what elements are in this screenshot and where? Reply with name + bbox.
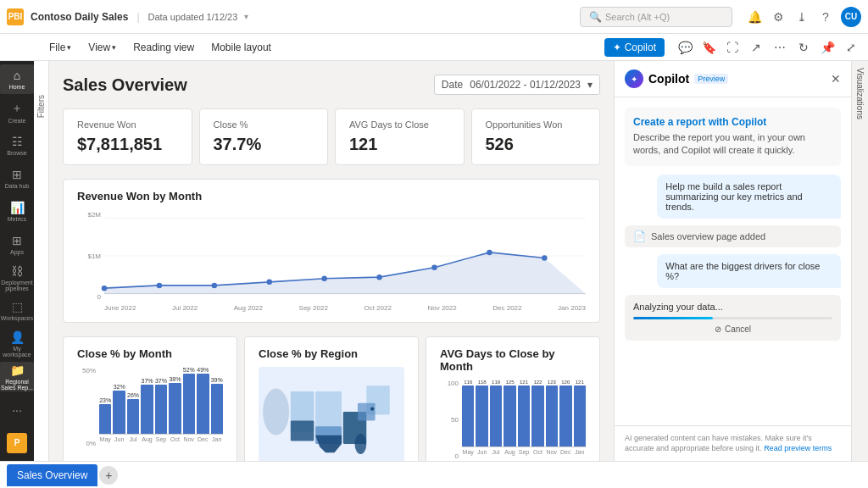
sidebar-item-home[interactable]: ⌂ Home — [0, 64, 34, 94]
avg-val-dec: 120 — [561, 380, 570, 385]
share-icon[interactable]: ↗ — [746, 37, 766, 58]
cancel-button[interactable]: ⊘ Cancel — [633, 324, 832, 334]
sidebar-item-create[interactable]: ＋ Create — [0, 97, 34, 127]
sidebar-bottom: P — [0, 428, 34, 458]
sidebar-label-home: Home — [9, 84, 25, 90]
file-menu[interactable]: File ▾ — [42, 38, 78, 57]
bar-wrapper-jun: 32% — [113, 367, 125, 434]
y-label-2m: $2M — [87, 211, 101, 219]
avg-y-axis: 100 50 0 — [440, 380, 459, 460]
y-label-1m: $1M — [87, 252, 101, 260]
avg-bar-fill-jul — [490, 385, 502, 446]
avg-x-dec: Dec — [559, 449, 571, 455]
more-icon[interactable]: ⋯ — [770, 37, 790, 58]
avg-val-may: 116 — [464, 380, 472, 385]
kpi-label-revenue: Revenue Won — [77, 119, 178, 130]
avg-val-jan: 121 — [576, 380, 584, 385]
kpi-label-avgdays: AVG Days to Close — [349, 119, 450, 130]
svg-point-8 — [321, 276, 326, 281]
page-title: Sales Overview — [63, 75, 187, 95]
revenue-y-axis: $2M $1M 0 — [77, 209, 101, 302]
avg-bar-fill-aug — [504, 385, 515, 446]
sidebar-label-datahub: Data hub — [5, 183, 29, 189]
reading-view-menu[interactable]: Reading view — [126, 38, 201, 57]
sidebar-item-browse[interactable]: ☷ Browse — [0, 130, 34, 160]
bar-wrapper-sep: 37% — [155, 367, 167, 434]
x-label-oct2022: Oct 2022 — [364, 304, 391, 312]
x-nov: Nov — [183, 436, 195, 442]
home-icon: ⌂ — [14, 69, 20, 82]
left-sidebar: ⌂ Home ＋ Create ☷ Browse ⊞ Data hub 📊 Me… — [0, 61, 34, 461]
mobile-layout-menu[interactable]: Mobile layout — [204, 38, 278, 57]
tab-label-sales-overview: Sales Overview — [17, 469, 87, 481]
notification-icon[interactable]: 🔔 — [746, 8, 763, 25]
svg-rect-16 — [291, 420, 314, 441]
avg-y-100: 100 — [448, 380, 459, 387]
copilot-close-button[interactable]: ✕ — [831, 72, 841, 86]
avg-val-jul: 119 — [492, 380, 500, 385]
copilot-panel: ✦ Copilot Preview ✕ Create a report with… — [614, 61, 851, 461]
updated-chevron[interactable]: ▾ — [244, 12, 248, 21]
search-icon: 🔍 — [589, 11, 602, 23]
svg-point-14 — [263, 389, 289, 435]
filter-panel[interactable]: Filters — [34, 61, 49, 461]
metrics-icon: 📊 — [10, 201, 25, 214]
sidebar-item-myworkspace[interactable]: 👤 My workspace — [0, 329, 34, 358]
help-icon[interactable]: ? — [817, 8, 834, 25]
sidebar-item-metrics[interactable]: 📊 Metrics — [0, 197, 34, 226]
kpi-card-close: Close % 37.7% — [199, 108, 329, 165]
svg-point-23 — [355, 434, 367, 454]
refresh-icon[interactable]: ↻ — [793, 37, 814, 58]
svg-point-7 — [266, 280, 271, 285]
bar-val-may: 23% — [99, 397, 111, 403]
disclaimer-link[interactable]: Read preview terms — [764, 444, 832, 452]
sidebar-item-deployment[interactable]: ⛓ Deployment pipelines — [0, 263, 34, 292]
sidebar-item-regional[interactable]: 📁 Regional Sales Rep... — [0, 362, 34, 391]
sidebar-item-workspaces[interactable]: ⬚ Workspaces — [0, 296, 34, 325]
content-area: Filters Sales Overview Date 06/01/2022 -… — [34, 61, 868, 461]
kpi-card-opportunities: Opportunities Won 526 — [471, 108, 601, 165]
deployment-icon: ⛓ — [11, 264, 23, 278]
bar-val-aug: 37% — [142, 378, 153, 384]
view-menu[interactable]: View ▾ — [81, 38, 123, 57]
copilot-icon: ✦ — [625, 69, 643, 88]
revenue-chart-body: June 2022 Jul 2022 Aug 2022 Sep 2022 Oct… — [104, 209, 586, 312]
copilot-button[interactable]: ✦ Copilot — [604, 38, 665, 57]
expand-icon[interactable]: ⤢ — [841, 37, 861, 58]
avg-val-sep: 121 — [520, 380, 528, 385]
bar-may — [99, 404, 111, 434]
tab-add-button[interactable]: + — [99, 466, 118, 485]
copilot-header: ✦ Copilot Preview ✕ — [615, 61, 851, 97]
search-box[interactable]: 🔍 Search (Alt +Q) — [580, 7, 732, 27]
chat-icon[interactable]: 💬 — [675, 37, 695, 58]
date-filter[interactable]: Date 06/01/2022 - 01/12/2023 ▾ — [434, 75, 600, 95]
sidebar-label-create: Create — [8, 118, 25, 124]
bar-jun — [113, 391, 125, 434]
tabbar: Sales Overview + — [0, 461, 868, 488]
more-dots-icon: ··· — [12, 403, 22, 417]
sidebar-item-apps[interactable]: ⊞ Apps — [0, 230, 34, 259]
analyzing-progress-fill — [633, 317, 713, 319]
tab-sales-overview[interactable]: Sales Overview — [7, 464, 97, 486]
avg-bar-nov: 123 — [546, 380, 558, 446]
visualizations-tab[interactable]: Visualizations — [851, 61, 868, 461]
download-icon[interactable]: ⤓ — [793, 8, 810, 25]
svg-rect-21 — [358, 403, 376, 421]
bar-val-dec: 49% — [197, 367, 209, 373]
avg-bar-dec: 120 — [559, 380, 571, 446]
filter-label: Filters — [36, 95, 46, 118]
user-avatar[interactable]: CU — [841, 7, 861, 27]
pin-icon[interactable]: 📌 — [817, 37, 837, 58]
fullscreen-icon[interactable]: ⛶ — [722, 37, 743, 58]
browse-icon: ☷ — [12, 135, 23, 148]
create-icon: ＋ — [11, 101, 23, 116]
svg-point-9 — [376, 274, 381, 280]
close-pct-region-chart: Close % by Region — [244, 336, 419, 461]
bookmark-icon[interactable]: 🔖 — [698, 37, 719, 58]
sidebar-item-more[interactable]: ··· — [0, 395, 34, 424]
app-logo: PBI — [7, 8, 24, 25]
avg-bar-fill-may — [462, 385, 474, 446]
sidebar-item-datahub[interactable]: ⊞ Data hub — [0, 164, 34, 193]
bottom-charts: Close % by Month 50% 0% 23% — [63, 336, 600, 461]
settings-icon[interactable]: ⚙ — [770, 8, 787, 25]
